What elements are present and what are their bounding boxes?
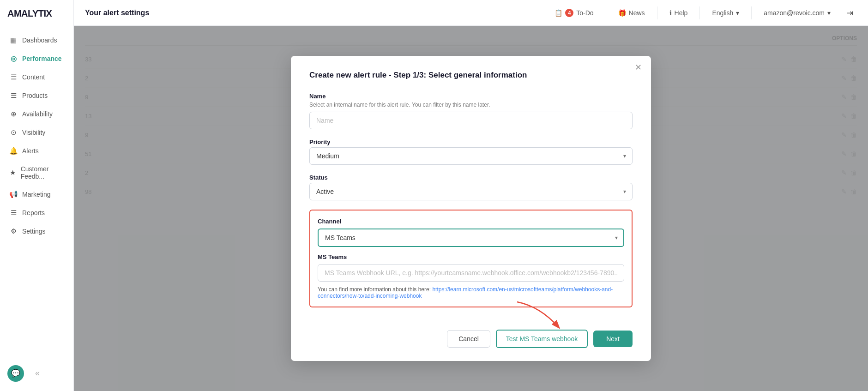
- modal-footer: Cancel Test MS Teams webhook Next: [309, 322, 633, 348]
- language-selector[interactable]: English ▾: [707, 6, 744, 19]
- app-logo: AMALYTIX: [0, 0, 73, 27]
- help-button[interactable]: ℹ Help: [665, 6, 693, 19]
- sidebar-item-customer-feedback[interactable]: ★ Customer Feedb...: [2, 160, 72, 185]
- sidebar-item-reports[interactable]: ☰ Reports: [2, 204, 72, 222]
- settings-icon: ⚙: [9, 227, 18, 235]
- topbar-divider-2: [657, 6, 657, 19]
- topbar-divider-1: [606, 6, 606, 19]
- sidebar-item-label: Availability: [22, 110, 53, 118]
- modal-overlay: ✕ Create new alert rule - Step 1/3: Sele…: [74, 26, 868, 391]
- webhook-info: You can find more information about this…: [318, 286, 624, 299]
- topbar: Your alert settings 📋 4 To-Do 🎁 News ℹ H…: [74, 0, 868, 26]
- sidebar-nav: ▦ Dashboards ◎ Performance ☰ Content ☰ P…: [0, 27, 73, 355]
- priority-select[interactable]: Low Medium High: [309, 147, 633, 165]
- reports-icon: ☰: [9, 209, 18, 217]
- sidebar: AMALYTIX ▦ Dashboards ◎ Performance ☰ Co…: [0, 0, 74, 391]
- status-label: Status: [309, 174, 633, 181]
- todo-badge: 4: [565, 9, 573, 17]
- sidebar-item-label: Settings: [22, 228, 46, 235]
- priority-select-wrapper: Low Medium High ▾: [309, 147, 633, 165]
- status-select[interactable]: Active Inactive: [309, 183, 633, 200]
- todo-label: To-Do: [576, 9, 593, 17]
- sidebar-bottom: 💬 «: [0, 355, 73, 391]
- ms-teams-webhook-input[interactable]: [318, 264, 624, 282]
- sidebar-item-label: Products: [22, 92, 48, 99]
- sidebar-item-availability[interactable]: ⊕ Availability: [2, 105, 72, 123]
- status-section: Status Active Inactive ▾: [309, 174, 633, 200]
- products-icon: ☰: [9, 91, 18, 100]
- name-label: Name: [309, 93, 633, 100]
- news-icon: 🎁: [618, 9, 626, 17]
- marketing-icon: 📢: [9, 190, 18, 199]
- feedback-icon: ★: [9, 168, 16, 177]
- sidebar-item-alerts[interactable]: 🔔 Alerts: [2, 142, 72, 160]
- sidebar-item-visibility[interactable]: ⊙ Visibility: [2, 123, 72, 142]
- ms-teams-label: MS Teams: [318, 253, 624, 260]
- topbar-actions: 📋 4 To-Do 🎁 News ℹ Help English ▾ amazon…: [550, 6, 857, 20]
- main-content: Your alert settings 📋 4 To-Do 🎁 News ℹ H…: [74, 0, 868, 391]
- sidebar-item-products[interactable]: ☰ Products: [2, 86, 72, 105]
- sidebar-item-label: Alerts: [22, 147, 39, 155]
- todo-icon: 📋: [555, 9, 562, 17]
- logout-button[interactable]: ⇥: [843, 6, 857, 20]
- channel-select[interactable]: Email MS Teams Slack Webhook: [318, 229, 624, 247]
- sidebar-item-label: Content: [22, 73, 45, 81]
- page-title: Your alert settings: [85, 9, 542, 17]
- help-icon: ℹ: [669, 9, 672, 17]
- topbar-divider-3: [699, 6, 700, 19]
- sidebar-item-dashboards[interactable]: ▦ Dashboards: [2, 31, 72, 49]
- next-button[interactable]: Next: [593, 331, 633, 347]
- modal-close-button[interactable]: ✕: [635, 63, 642, 72]
- sidebar-item-label: Performance: [22, 55, 62, 62]
- sidebar-item-label: Marketing: [22, 191, 50, 198]
- news-button[interactable]: 🎁 News: [614, 6, 650, 19]
- language-label: English: [712, 9, 733, 17]
- name-input[interactable]: [309, 112, 633, 129]
- ms-teams-section: MS Teams You can find more information a…: [318, 253, 624, 299]
- sidebar-item-label: Customer Feedb...: [21, 165, 64, 180]
- channel-section: Channel Email MS Teams Slack Webhook ▾ M…: [309, 210, 633, 307]
- sidebar-item-label: Visibility: [22, 129, 45, 136]
- user-avatar: 💬: [7, 365, 24, 382]
- visibility-icon: ⊙: [9, 128, 18, 137]
- create-alert-modal: ✕ Create new alert rule - Step 1/3: Sele…: [291, 56, 651, 361]
- channel-label: Channel: [318, 218, 624, 225]
- test-webhook-button[interactable]: Test MS Teams webhook: [496, 330, 588, 348]
- modal-title: Create new alert rule - Step 1/3: Select…: [309, 71, 633, 80]
- sidebar-item-content[interactable]: ☰ Content: [2, 68, 72, 86]
- chevron-down-icon-2: ▾: [827, 9, 831, 17]
- status-select-wrapper: Active Inactive ▾: [309, 183, 633, 200]
- help-label: Help: [675, 9, 688, 17]
- news-label: News: [629, 9, 645, 17]
- webhook-info-text: You can find more information about this…: [318, 286, 431, 293]
- content-icon: ☰: [9, 73, 18, 81]
- sidebar-item-settings[interactable]: ⚙ Settings: [2, 222, 72, 241]
- topbar-divider-4: [751, 6, 752, 19]
- name-section: Name Select an internal name for this al…: [309, 93, 633, 129]
- priority-section: Priority Low Medium High ▾: [309, 138, 633, 165]
- page-background: OPTIONS 33 ✎ 🗑 2 ✎ 🗑 9 ✎ 🗑: [74, 26, 868, 391]
- sidebar-item-label: Dashboards: [22, 36, 57, 44]
- alerts-icon: 🔔: [9, 147, 18, 155]
- chevron-down-icon: ▾: [736, 9, 739, 17]
- user-menu[interactable]: amazon@revoic.com ▾: [759, 6, 835, 19]
- sidebar-item-performance[interactable]: ◎ Performance: [2, 49, 72, 68]
- sidebar-collapse-button[interactable]: «: [28, 363, 47, 384]
- sidebar-item-marketing[interactable]: 📢 Marketing: [2, 185, 72, 204]
- performance-icon: ◎: [9, 54, 18, 63]
- user-email: amazon@revoic.com: [764, 9, 825, 17]
- availability-icon: ⊕: [9, 110, 18, 118]
- dashboards-icon: ▦: [9, 36, 18, 44]
- sidebar-item-label: Reports: [22, 209, 45, 217]
- name-sublabel: Select an internal name for this alert r…: [309, 102, 633, 108]
- priority-label: Priority: [309, 138, 633, 145]
- todo-button[interactable]: 📋 4 To-Do: [550, 6, 598, 20]
- cancel-button[interactable]: Cancel: [447, 330, 490, 348]
- channel-select-wrapper: Email MS Teams Slack Webhook ▾: [318, 229, 624, 247]
